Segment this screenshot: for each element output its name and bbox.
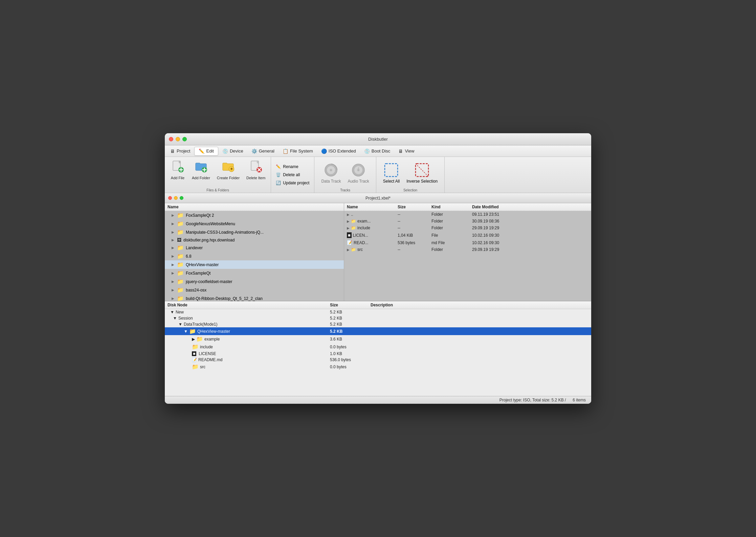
item-label: 6.8	[186, 254, 192, 259]
list-item[interactable]: ▶ 📁 Landever	[165, 243, 344, 252]
col-header-name: Name	[344, 205, 395, 209]
right-item-readme[interactable]: 📝 READ... 536 bytes md File 10.02.16 09:…	[344, 239, 591, 246]
item-label: bass24-osx	[186, 288, 206, 293]
menu-general[interactable]: ⚙️ General	[247, 147, 279, 155]
add-file-icon	[172, 160, 184, 174]
inverse-selection-icon	[414, 162, 430, 178]
iso-icon: 🔵	[321, 148, 327, 154]
menu-bar: 🖥 Project ✏️ Edit 💿 Device ⚙️ General 📋 …	[165, 145, 591, 157]
tracks-group: Data Track ♪ Audio Track Tracks	[314, 157, 376, 193]
item-label: include	[357, 226, 370, 230]
inner-close-button[interactable]	[168, 196, 172, 200]
inner-title-bar: Project1.xbel*	[165, 193, 591, 203]
disk-list[interactable]: ▼ New 5.2 KB ▼ Session 5.2 KB	[165, 309, 591, 396]
disk-item-datatrack[interactable]: ▼ DataTrack(Mode1) 5.2 KB	[165, 321, 591, 327]
menu-edit[interactable]: ✏️ Edit	[194, 147, 218, 156]
menu-device[interactable]: 💿 Device	[218, 147, 247, 155]
arrow-icon: ▶	[172, 263, 174, 266]
menu-general-label: General	[259, 148, 274, 154]
inner-maximize-button[interactable]	[180, 196, 183, 200]
list-item[interactable]: ▶ 📁 FoxSampleQt	[165, 269, 344, 277]
item-label: FoxSampleQt	[186, 271, 210, 276]
inner-traffic-lights	[168, 196, 183, 200]
minimize-button[interactable]	[176, 137, 180, 141]
item-kind: Folder	[429, 226, 469, 230]
disk-item-license[interactable]: ■ LICENSE 1.0 KB	[165, 351, 591, 357]
left-panel-list[interactable]: ▶ 📁 FoxSampleQt 2 ▶ 📁 GoogleNexusWebsite…	[165, 211, 344, 301]
audio-track-button[interactable]: ♪ Audio Track	[348, 162, 369, 184]
bottom-panel: Disk Node Size Description ▼ New 5.2 KB	[165, 301, 591, 396]
item-kind: Folder	[429, 247, 469, 252]
disk-item-qhexview[interactable]: ▼ 📁 QHexView-master 5.2 KB	[165, 327, 591, 335]
add-folder-button[interactable]: Add Folder	[189, 159, 213, 185]
right-item-license[interactable]: ■ LICEN... 1,04 KiB File 10.02.16 09:30	[344, 231, 591, 239]
disk-item-example[interactable]: ▶ 📁 example 3.6 KB	[165, 335, 591, 343]
menu-project[interactable]: 🖥 Project	[166, 147, 194, 155]
list-item[interactable]: ▶ 📁 build-Qt-Ribbon-Desktop_Qt_5_12_2_cl…	[165, 294, 344, 301]
arrow-icon: ▶	[347, 248, 350, 252]
select-all-button[interactable]: Select All	[383, 162, 400, 184]
update-project-button[interactable]: 🔄 Update project	[272, 179, 313, 187]
right-panel-headers: Name Size Kind Date Modified	[344, 203, 591, 211]
add-folder-icon	[195, 160, 207, 174]
disk-item-src[interactable]: 📁 src 0.0 bytes	[165, 363, 591, 371]
right-item-src[interactable]: ▶ 📁 src -- Folder 29.09.19 19:29	[344, 246, 591, 253]
list-item[interactable]: ▶ 📁 6.8	[165, 252, 344, 260]
right-list[interactable]: ▶ .. -- Folder 09.11.19 23:51 ▶ 📁 exam..…	[344, 211, 591, 301]
menu-filesystem[interactable]: 📋 File System	[279, 147, 317, 155]
list-item-qhexview[interactable]: ▶ 📁 QHexView-master	[165, 260, 344, 269]
delete-item-button[interactable]: Delete Item	[244, 159, 268, 185]
delete-all-icon: 🗑️	[276, 172, 281, 177]
menu-boot-label: Boot Disc	[372, 148, 391, 154]
rename-button[interactable]: ✏️ Rename	[272, 163, 313, 170]
size-header: Size	[327, 303, 368, 307]
svg-point-19	[331, 169, 332, 170]
list-item[interactable]: ▶ 📁 FoxSampleQt 2	[165, 211, 344, 219]
disk-item-new[interactable]: ▼ New 5.2 KB	[165, 309, 591, 315]
create-folder-button[interactable]: ✦ Create Folder	[214, 159, 242, 185]
view-icon: 🖥	[398, 148, 403, 154]
disk-item-readme[interactable]: 📝 README.md 536.0 bytes	[165, 357, 591, 363]
list-item[interactable]: ▶ 📁 GoogleNexusWebsiteMenu	[165, 219, 344, 228]
add-file-button[interactable]: Add File	[168, 159, 188, 185]
item-label: LICEN...	[353, 233, 368, 238]
disk-item-include[interactable]: 📁 include 0.0 bytes	[165, 343, 591, 351]
node-size: 3.6 KB	[327, 337, 368, 342]
menu-boot-disc[interactable]: 💿 Boot Disc	[360, 147, 395, 155]
node-size: 1.0 KB	[327, 351, 368, 356]
context-menu-group: ✏️ Rename 🗑️ Delete all 🔄 Update project	[271, 157, 314, 193]
right-item-include[interactable]: ▶ 📁 include -- Folder 29.09.19 19:29	[344, 225, 591, 231]
inner-minimize-button[interactable]	[174, 196, 178, 200]
node-size: 0.0 bytes	[327, 365, 368, 369]
update-project-label: Update project	[283, 181, 309, 185]
right-item-exam[interactable]: ▶ 📁 exam... -- Folder 30.09.19 08:36	[344, 218, 591, 225]
list-item[interactable]: ▶ 📁 bass24-osx	[165, 286, 344, 294]
disk-node-header: Disk Node	[165, 303, 327, 307]
delete-all-button[interactable]: 🗑️ Delete all	[272, 171, 313, 179]
right-panel: Name Size Kind Date Modified ▶ .. -- Fol…	[344, 203, 591, 301]
node-label: LICENSE	[199, 351, 216, 356]
tracks-group-label: Tracks	[314, 188, 376, 192]
add-folder-label: Add Folder	[192, 176, 210, 180]
device-icon: 💿	[222, 148, 228, 154]
list-item[interactable]: ▶ 📁 Manipulate-CSS3-Loading-Animations-j…	[165, 228, 344, 236]
inner-window-title: Project1.xbel*	[365, 196, 391, 201]
data-track-button[interactable]: Data Track	[321, 162, 341, 184]
list-item[interactable]: ▶ 📁 jquery-coolfieldset-master	[165, 277, 344, 286]
description-header: Description	[368, 303, 591, 307]
maximize-button[interactable]	[182, 137, 187, 141]
node-label: DataTrack(Mode1)	[184, 322, 218, 327]
arrow-icon: ▶	[172, 271, 174, 275]
menu-view[interactable]: 🖥 View	[394, 147, 418, 155]
item-label: jquery-coolfieldset-master	[186, 279, 232, 284]
inverse-selection-button[interactable]: Inverse Selection	[406, 162, 438, 184]
folder-icon: 📁	[192, 344, 199, 350]
arrow-icon: ▶	[172, 288, 174, 292]
item-label: FoxSampleQt 2	[186, 213, 214, 218]
close-button[interactable]	[169, 137, 173, 141]
disk-item-session[interactable]: ▼ Session 5.2 KB	[165, 315, 591, 321]
list-item[interactable]: ▶ 🖼 diskbutler.png.hqx.download	[165, 236, 344, 243]
menu-iso-extended[interactable]: 🔵 ISO Extended	[317, 147, 360, 155]
rename-label: Rename	[283, 164, 298, 169]
right-item-parent[interactable]: ▶ .. -- Folder 09.11.19 23:51	[344, 211, 591, 218]
